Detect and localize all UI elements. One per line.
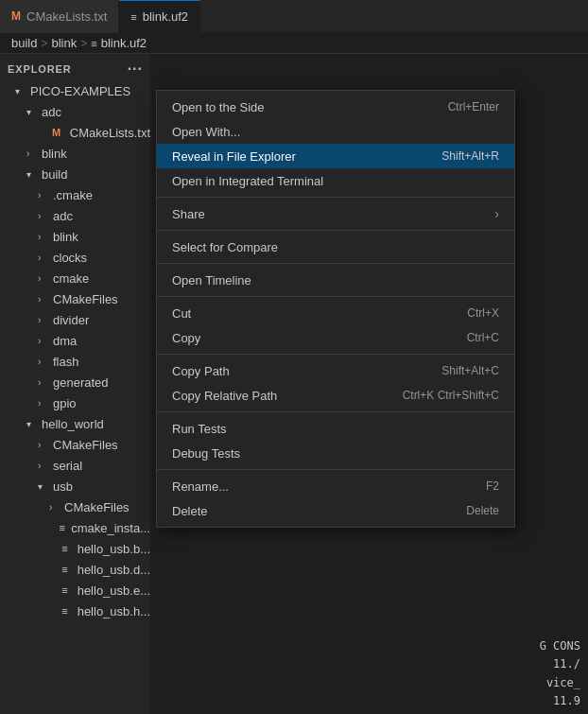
rename-shortcut: F2 bbox=[486, 479, 499, 493]
breadcrumb-blink[interactable]: blink bbox=[51, 36, 77, 50]
sidebar-item-adc-sub[interactable]: › adc bbox=[0, 205, 150, 226]
menu-rename[interactable]: Rename... F2 bbox=[157, 474, 514, 498]
copy-relative-label: Copy Relative Path bbox=[172, 389, 277, 403]
sidebar-item-hello-usb-e[interactable]: ≡ hello_usb.e... bbox=[0, 580, 150, 601]
sidebar-item-blink[interactable]: › blink bbox=[0, 143, 150, 164]
chevron-right-icon: › bbox=[38, 357, 49, 367]
pico-examples-label: PICO-EXAMPLES bbox=[30, 84, 130, 98]
sidebar-item-usb[interactable]: ▾ usb bbox=[0, 476, 150, 496]
chevron-right-icon: › bbox=[26, 148, 38, 159]
chevron-right-icon: › bbox=[38, 398, 49, 409]
menu-open-terminal[interactable]: Open in Integrated Terminal bbox=[157, 168, 514, 193]
chevron-right-icon: › bbox=[38, 190, 49, 200]
sidebar-item-adc[interactable]: ▾ adc bbox=[0, 101, 150, 122]
open-timeline-label: Open Timeline bbox=[172, 273, 251, 287]
copy-path-shortcut: Shift+Alt+C bbox=[441, 364, 499, 377]
tab-blink[interactable]: ≡ blink.uf2 bbox=[119, 0, 200, 33]
separator-2 bbox=[157, 230, 514, 231]
sidebar-item-divider[interactable]: › divider bbox=[0, 309, 150, 330]
copy-shortcut: Ctrl+C bbox=[467, 331, 499, 344]
separator-7 bbox=[157, 469, 514, 470]
open-side-label: Open to the Side bbox=[172, 100, 265, 114]
menu-copy[interactable]: Copy Ctrl+C bbox=[157, 325, 514, 350]
sep1: > bbox=[41, 37, 47, 50]
separator-6 bbox=[157, 411, 514, 412]
sidebar-item-hw-cmakefiles[interactable]: › CMakeFiles bbox=[0, 434, 150, 455]
spacer bbox=[49, 585, 58, 596]
chevron-right-icon: › bbox=[38, 273, 49, 284]
uf2-tab-icon: ≡ bbox=[130, 11, 136, 23]
hello-usb-e-label: hello_usb.e... bbox=[78, 583, 150, 598]
eq-file-icon: ≡ bbox=[61, 605, 73, 617]
breadcrumb-build[interactable]: build bbox=[11, 36, 37, 50]
generated-label: generated bbox=[53, 375, 109, 390]
menu-debug-tests[interactable]: Debug Tests bbox=[157, 441, 514, 465]
submenu-arrow-icon: › bbox=[494, 206, 499, 221]
menu-run-tests[interactable]: Run Tests bbox=[157, 416, 514, 441]
menu-reveal-explorer[interactable]: Reveal in File Explorer Shift+Alt+R bbox=[157, 144, 514, 168]
hello-usb-b-label: hello_usb.b... bbox=[78, 542, 150, 556]
console-output: G CONS 11./ vice_ 11.9 bbox=[532, 634, 588, 714]
sidebar-item-cmake-file[interactable]: M CMakeLists.txt bbox=[0, 122, 150, 143]
sidebar-item-generated[interactable]: › generated bbox=[0, 372, 150, 392]
menu-share[interactable]: Share › bbox=[157, 201, 514, 226]
explorer-title: EXPLORER bbox=[8, 63, 72, 75]
sidebar-item-hello-usb-d[interactable]: ≡ hello_usb.d... bbox=[0, 559, 150, 580]
sidebar-item-dot-cmake[interactable]: › .cmake bbox=[0, 184, 150, 205]
m-icon: M bbox=[11, 9, 21, 23]
cmakefiles-label: CMakeFiles bbox=[53, 292, 118, 306]
menu-copy-path[interactable]: Copy Path Shift+Alt+C bbox=[157, 358, 514, 383]
sidebar-item-dma[interactable]: › dma bbox=[0, 330, 150, 351]
sidebar: EXPLORER ··· ▾ PICO-EXAMPLES ▾ adc M CMa… bbox=[0, 54, 151, 714]
menu-open-with[interactable]: Open With... bbox=[157, 119, 514, 144]
adc-sub-label: adc bbox=[53, 209, 73, 223]
cmake-label: cmake bbox=[53, 271, 89, 286]
breadcrumb-uf2[interactable]: blink.uf2 bbox=[101, 36, 147, 50]
sidebar-item-pico-examples[interactable]: ▾ PICO-EXAMPLES bbox=[0, 80, 150, 101]
gpio-label: gpio bbox=[53, 396, 77, 410]
sidebar-more-icon[interactable]: ··· bbox=[128, 61, 143, 78]
chevron-right-icon: › bbox=[38, 440, 49, 450]
chevron-right-icon: › bbox=[38, 336, 49, 346]
delete-shortcut: Delete bbox=[466, 504, 499, 517]
sidebar-item-build[interactable]: ▾ build bbox=[0, 164, 150, 184]
rename-label: Rename... bbox=[172, 479, 229, 494]
cut-label: Cut bbox=[172, 306, 191, 321]
chevron-right-icon: › bbox=[38, 377, 49, 388]
separator-5 bbox=[157, 354, 514, 355]
sidebar-item-usb-cmakefiles[interactable]: › CMakeFiles bbox=[0, 496, 150, 517]
cmake-inst-label: cmake_insta... bbox=[71, 521, 150, 535]
menu-delete[interactable]: Delete Delete bbox=[157, 498, 514, 523]
sidebar-item-cmake-inst[interactable]: ≡ cmake_insta... bbox=[0, 517, 150, 538]
sidebar-item-cmake[interactable]: › cmake bbox=[0, 268, 150, 288]
sidebar-item-flash[interactable]: › flash bbox=[0, 351, 150, 372]
blink-sub-label: blink bbox=[53, 230, 78, 244]
tab-cmake[interactable]: M CMakeLists.txt bbox=[0, 0, 119, 33]
menu-select-compare[interactable]: Select for Compare bbox=[157, 235, 514, 259]
debug-tests-label: Debug Tests bbox=[172, 446, 240, 461]
sidebar-item-blink-sub[interactable]: › blink bbox=[0, 226, 150, 247]
select-compare-label: Select for Compare bbox=[172, 240, 278, 254]
sidebar-item-gpio[interactable]: › gpio bbox=[0, 392, 150, 413]
open-with-label: Open With... bbox=[172, 125, 240, 139]
spacer bbox=[49, 523, 56, 533]
menu-copy-relative[interactable]: Copy Relative Path Ctrl+K Ctrl+Shift+C bbox=[157, 383, 514, 408]
chevron-down-icon: ▾ bbox=[26, 107, 38, 117]
chevron-down-icon: ▾ bbox=[38, 481, 49, 492]
menu-cut[interactable]: Cut Ctrl+X bbox=[157, 301, 514, 325]
sidebar-item-hello-world[interactable]: ▾ hello_world bbox=[0, 413, 150, 434]
menu-open-side[interactable]: Open to the Side Ctrl+Enter bbox=[157, 95, 514, 119]
uf2-breadcrumb-icon: ≡ bbox=[91, 38, 96, 49]
console-line-3: vice_ bbox=[540, 674, 580, 692]
spacer bbox=[49, 606, 58, 617]
flash-label: flash bbox=[53, 355, 78, 369]
sidebar-item-hello-usb-h[interactable]: ≡ hello_usb.h... bbox=[0, 601, 150, 621]
breadcrumb: build > blink > ≡ blink.uf2 bbox=[0, 33, 588, 54]
sidebar-item-cmakefiles[interactable]: › CMakeFiles bbox=[0, 288, 150, 309]
menu-open-timeline[interactable]: Open Timeline bbox=[157, 268, 514, 292]
sidebar-item-hello-usb-b[interactable]: ≡ hello_usb.b... bbox=[0, 538, 150, 559]
sidebar-item-clocks[interactable]: › clocks bbox=[0, 247, 150, 268]
chevron-down-icon: ▾ bbox=[26, 169, 38, 180]
eq-file-icon: ≡ bbox=[61, 543, 73, 554]
sidebar-item-serial[interactable]: › serial bbox=[0, 455, 150, 476]
